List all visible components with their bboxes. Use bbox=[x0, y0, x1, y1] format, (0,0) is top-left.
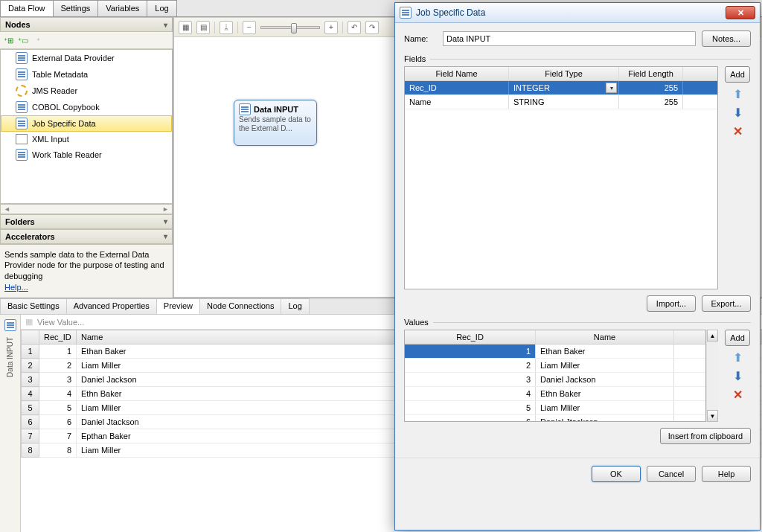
tab-data-flow[interactable]: Data Flow bbox=[0, 0, 54, 16]
fields-col-length[interactable]: Field Length bbox=[619, 67, 683, 80]
view-icon: ▦ bbox=[25, 317, 33, 327]
field-row[interactable]: NameSTRING255 bbox=[405, 95, 717, 109]
tab-basic-settings[interactable]: Basic Settings bbox=[0, 298, 67, 314]
hscroll[interactable]: ◄ ► bbox=[0, 204, 173, 214]
field-row[interactable]: Rec_IDINTEGER▾255 bbox=[405, 81, 717, 95]
nodes-section-header[interactable]: Nodes ▾ bbox=[0, 17, 173, 32]
job-specific-data-dialog: Job Specific Data ✕ Name: Notes... Field… bbox=[394, 2, 761, 531]
expand-icon: ▾ bbox=[164, 232, 167, 241]
help-link[interactable]: Help... bbox=[4, 283, 28, 292]
move-down-icon[interactable]: ⬇ bbox=[733, 106, 743, 120]
value-row[interactable]: 2Liam Miller bbox=[405, 359, 705, 373]
node-item-work-table-reader[interactable]: Work Table Reader bbox=[1, 147, 172, 163]
add-field-button[interactable]: Add bbox=[725, 66, 750, 83]
folders-section[interactable]: Folders ▾ bbox=[0, 214, 173, 229]
notes-button[interactable]: Notes... bbox=[702, 31, 751, 47]
add-sub-icon[interactable]: ⁺ bbox=[32, 34, 44, 46]
nodes-toolbar: ⁺⊞ ⁺▭ ⁺ bbox=[0, 32, 173, 49]
undo-icon[interactable]: ↶ bbox=[348, 21, 361, 34]
node-icon bbox=[16, 52, 28, 64]
node-item-job-specific-data[interactable]: Job Specific Data bbox=[1, 115, 172, 132]
canvas-node-data-input[interactable]: Data INPUT Sends sample data to the Exte… bbox=[234, 100, 317, 146]
fields-label: Fields bbox=[404, 54, 426, 63]
tab-variables[interactable]: Variables bbox=[97, 0, 147, 16]
value-row[interactable]: 3Daniel Jackson bbox=[405, 373, 705, 387]
expand-icon: ▾ bbox=[164, 217, 167, 226]
dialog-titlebar[interactable]: Job Specific Data ✕ bbox=[395, 3, 760, 23]
values-table[interactable]: Rec_ID Name 1Ethan Baker2Liam Miller3Dan… bbox=[404, 330, 706, 422]
node-item-jms-reader[interactable]: JMS Reader bbox=[1, 83, 172, 99]
redo-icon[interactable]: ↷ bbox=[365, 21, 379, 34]
tab-bottom-log[interactable]: Log bbox=[281, 298, 309, 314]
node-icon bbox=[16, 149, 28, 161]
value-row[interactable]: 5Liam Mliler bbox=[405, 401, 705, 415]
name-field[interactable] bbox=[443, 31, 696, 46]
node-label: Table Metadata bbox=[32, 70, 88, 79]
zoom-out-icon[interactable]: − bbox=[243, 21, 256, 34]
dialog-title: Job Specific Data bbox=[416, 7, 726, 18]
node-list[interactable]: External Data ProviderTable MetadataJMS … bbox=[0, 49, 173, 204]
tree-icon[interactable]: ᛦ bbox=[220, 21, 233, 34]
accel-label: Accelerators bbox=[5, 232, 55, 241]
fields-col-type[interactable]: Field Type bbox=[509, 67, 619, 80]
zoom-slider[interactable] bbox=[260, 26, 320, 29]
node-label: Work Table Reader bbox=[32, 150, 102, 159]
add-group-icon[interactable]: ⁺⊞ bbox=[2, 34, 14, 46]
tab-settings[interactable]: Settings bbox=[53, 0, 99, 16]
folders-label: Folders bbox=[5, 217, 35, 226]
canvas-node-sub: Sends sample data to the External D... bbox=[239, 115, 312, 133]
fields-col-name[interactable]: Field Name bbox=[405, 67, 509, 80]
preview-side: Data INPUT bbox=[0, 315, 21, 532]
add-node-icon[interactable]: ⁺▭ bbox=[17, 34, 29, 46]
move-value-down-icon[interactable]: ⬇ bbox=[733, 369, 743, 383]
values-label: Values bbox=[404, 318, 429, 327]
value-row[interactable]: 1Ethan Baker bbox=[405, 344, 705, 359]
node-icon bbox=[16, 134, 28, 144]
add-value-button[interactable]: Add bbox=[725, 330, 750, 346]
value-row[interactable]: 6Daniel Jtackson bbox=[405, 415, 705, 422]
layout-icon[interactable]: ▦ bbox=[179, 21, 192, 34]
col-rec-id[interactable]: Rec_ID bbox=[39, 330, 77, 344]
dialog-footer: OK Cancel Help bbox=[395, 458, 760, 490]
node-item-xml-input[interactable]: XML Input bbox=[1, 132, 172, 147]
doc-icon bbox=[239, 103, 251, 115]
tab-log[interactable]: Log bbox=[147, 0, 176, 16]
node-label: JMS Reader bbox=[32, 86, 77, 95]
values-scrollbar[interactable]: ▲▼ bbox=[706, 330, 718, 422]
insert-clipboard-button[interactable]: Insert from clipboard bbox=[660, 428, 751, 444]
node-label: XML Input bbox=[32, 135, 69, 144]
import-button[interactable]: Import... bbox=[647, 295, 696, 312]
node-item-table-metadata[interactable]: Table Metadata bbox=[1, 66, 172, 83]
move-value-up-icon[interactable]: ⬆ bbox=[733, 350, 743, 365]
close-icon[interactable]: ✕ bbox=[726, 6, 755, 19]
fields-table[interactable]: Field Name Field Type Field Length Rec_I… bbox=[404, 66, 718, 289]
tab-advanced-properties[interactable]: Advanced Properties bbox=[66, 298, 157, 314]
zoom-in-icon[interactable]: + bbox=[324, 21, 338, 34]
node-item-external-data-provider[interactable]: External Data Provider bbox=[1, 50, 172, 66]
help-button[interactable]: Help bbox=[702, 466, 751, 482]
tab-preview[interactable]: Preview bbox=[156, 298, 200, 314]
move-up-icon[interactable]: ⬆ bbox=[733, 87, 743, 101]
node-label: External Data Provider bbox=[32, 54, 115, 63]
left-panel: Nodes ▾ ⁺⊞ ⁺▭ ⁺ External Data ProviderTa… bbox=[0, 17, 173, 298]
tab-node-connections[interactable]: Node Connections bbox=[199, 298, 282, 314]
value-row[interactable]: 4Ethn Baker bbox=[405, 387, 705, 401]
dropdown-icon[interactable]: ▾ bbox=[606, 83, 617, 93]
export-button[interactable]: Export... bbox=[702, 295, 751, 312]
node-item-cobol-copybook[interactable]: COBOL Copybook bbox=[1, 99, 172, 115]
values-col-rec[interactable]: Rec_ID bbox=[405, 330, 536, 344]
accelerators-section[interactable]: Accelerators ▾ bbox=[0, 229, 173, 244]
dialog-icon bbox=[400, 7, 412, 19]
node-label: COBOL Copybook bbox=[32, 103, 100, 112]
info-text: Sends sample data to the External Data P… bbox=[4, 250, 164, 281]
cancel-button[interactable]: Cancel bbox=[647, 466, 696, 482]
values-col-name[interactable]: Name bbox=[536, 330, 674, 344]
grid-icon[interactable]: ▤ bbox=[196, 21, 210, 34]
view-value-btn[interactable]: View Value... bbox=[37, 318, 84, 327]
delete-icon[interactable]: ✕ bbox=[733, 124, 743, 138]
ok-button[interactable]: OK bbox=[592, 466, 641, 482]
canvas-node-title: Data INPUT bbox=[254, 105, 298, 114]
node-label: Job Specific Data bbox=[32, 119, 96, 128]
delete-value-icon[interactable]: ✕ bbox=[733, 388, 743, 402]
collapse-icon[interactable]: ▾ bbox=[164, 21, 167, 29]
